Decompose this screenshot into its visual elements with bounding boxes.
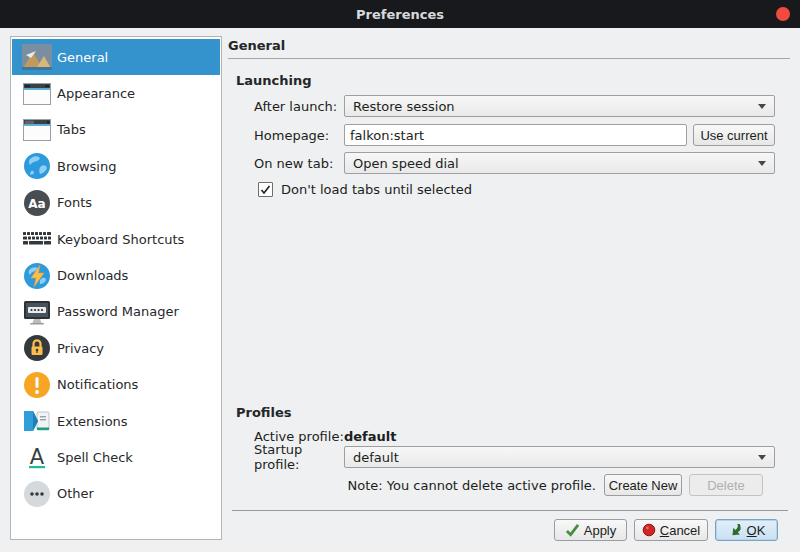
dialog-buttons: Apply Cancel OK bbox=[554, 519, 778, 541]
dont-load-tabs-row: Don't load tabs until selected bbox=[258, 181, 775, 198]
notifications-icon bbox=[21, 369, 53, 401]
on-new-tab-label: On new tab: bbox=[254, 156, 344, 171]
sidebar-item-label: Other bbox=[57, 486, 94, 501]
checkmark-icon bbox=[565, 523, 580, 537]
sidebar-item-label: Tabs bbox=[57, 122, 86, 137]
sidebar: General Appearance Tabs Browsing Aa Font… bbox=[10, 36, 222, 540]
sidebar-item-label: Spell Check bbox=[57, 450, 133, 465]
sidebar-item-label: Fonts bbox=[57, 195, 92, 210]
tabs-icon bbox=[21, 114, 53, 146]
keyboard-icon bbox=[21, 223, 53, 255]
launching-group-title: Launching bbox=[236, 73, 312, 88]
sidebar-item-label: Browsing bbox=[57, 159, 116, 174]
profiles-note: Note: You cannot delete active profile. bbox=[347, 478, 596, 493]
sidebar-item-notifications[interactable]: Notifications bbox=[12, 367, 220, 403]
fonts-icon: Aa bbox=[21, 187, 53, 219]
apply-button-label: Apply bbox=[584, 523, 617, 538]
sidebar-item-password-manager[interactable]: Password Manager bbox=[12, 294, 220, 330]
startup-profile-label: Startup profile: bbox=[254, 442, 344, 472]
dont-load-tabs-label: Don't load tabs until selected bbox=[281, 182, 472, 197]
ok-button-label: OK bbox=[747, 523, 766, 538]
sidebar-item-label: Password Manager bbox=[57, 304, 179, 319]
sidebar-item-label: General bbox=[57, 50, 108, 65]
sidebar-item-label: Downloads bbox=[57, 268, 128, 283]
apply-button[interactable]: Apply bbox=[554, 519, 627, 541]
sidebar-item-label: Keyboard Shortcuts bbox=[57, 232, 184, 247]
stop-icon bbox=[642, 523, 656, 537]
sidebar-item-keyboard-shortcuts[interactable]: Keyboard Shortcuts bbox=[12, 221, 220, 257]
extensions-icon bbox=[21, 405, 53, 437]
profiles-note-row: Note: You cannot delete active profile. … bbox=[254, 474, 763, 496]
main-panel: General Launching After launch: Restore … bbox=[228, 0, 790, 552]
browsing-icon bbox=[21, 150, 53, 182]
delete-button[interactable]: Delete bbox=[689, 474, 763, 496]
checkmark-icon bbox=[260, 185, 271, 195]
sidebar-item-tabs[interactable]: Tabs bbox=[12, 112, 220, 148]
sidebar-item-label: Appearance bbox=[57, 86, 135, 101]
ok-arrow-icon bbox=[728, 523, 743, 537]
chevron-down-icon bbox=[758, 161, 766, 166]
homepage-label: Homepage: bbox=[254, 128, 344, 143]
chevron-down-icon bbox=[758, 455, 766, 460]
sidebar-item-spell-check[interactable]: A Spell Check bbox=[12, 439, 220, 475]
homepage-input[interactable] bbox=[344, 124, 687, 146]
general-icon bbox=[21, 41, 53, 73]
preferences-window: Preferences General Appearance Tabs bbox=[0, 0, 800, 552]
svg-text:Aa: Aa bbox=[28, 196, 45, 210]
after-launch-value: Restore session bbox=[353, 99, 455, 114]
ok-button[interactable]: OK bbox=[715, 519, 778, 541]
on-new-tab-row: On new tab: Open speed dial bbox=[254, 152, 775, 174]
sidebar-item-label: Privacy bbox=[57, 341, 104, 356]
privacy-icon bbox=[21, 332, 53, 364]
footer-separator bbox=[232, 510, 788, 511]
after-launch-row: After launch: Restore session bbox=[254, 95, 775, 117]
cancel-button[interactable]: Cancel bbox=[634, 519, 708, 541]
sidebar-item-other[interactable]: Other bbox=[12, 476, 220, 512]
page-title: General bbox=[228, 38, 285, 53]
active-profile-value: default bbox=[344, 429, 396, 444]
profiles-group-title: Profiles bbox=[236, 405, 292, 420]
sidebar-item-privacy[interactable]: Privacy bbox=[12, 330, 220, 366]
sidebar-item-fonts[interactable]: Aa Fonts bbox=[12, 185, 220, 221]
title-separator bbox=[228, 58, 790, 59]
startup-profile-value: default bbox=[353, 450, 399, 465]
appearance-icon bbox=[21, 78, 53, 110]
sidebar-item-general[interactable]: General bbox=[12, 39, 220, 75]
sidebar-item-label: Extensions bbox=[57, 414, 128, 429]
startup-profile-row: Startup profile: default bbox=[254, 446, 775, 468]
after-launch-label: After launch: bbox=[254, 99, 344, 114]
sidebar-item-browsing[interactable]: Browsing bbox=[12, 148, 220, 184]
other-icon bbox=[21, 478, 53, 510]
svg-text:A: A bbox=[30, 445, 45, 469]
sidebar-item-appearance[interactable]: Appearance bbox=[12, 75, 220, 111]
sidebar-item-extensions[interactable]: Extensions bbox=[12, 403, 220, 439]
after-launch-select[interactable]: Restore session bbox=[344, 95, 775, 117]
spell-check-icon: A bbox=[21, 441, 53, 473]
use-current-button[interactable]: Use current bbox=[693, 124, 775, 146]
cancel-button-label: Cancel bbox=[660, 523, 700, 538]
sidebar-item-downloads[interactable]: Downloads bbox=[12, 257, 220, 293]
chevron-down-icon bbox=[758, 104, 766, 109]
on-new-tab-value: Open speed dial bbox=[353, 156, 459, 171]
startup-profile-select[interactable]: default bbox=[344, 446, 775, 468]
homepage-row: Homepage: Use current bbox=[254, 124, 775, 146]
on-new-tab-select[interactable]: Open speed dial bbox=[344, 152, 775, 174]
password-manager-icon bbox=[21, 296, 53, 328]
downloads-icon bbox=[21, 260, 53, 292]
sidebar-item-label: Notifications bbox=[57, 377, 138, 392]
dont-load-tabs-checkbox[interactable] bbox=[258, 182, 273, 197]
create-new-button[interactable]: Create New bbox=[604, 474, 682, 496]
